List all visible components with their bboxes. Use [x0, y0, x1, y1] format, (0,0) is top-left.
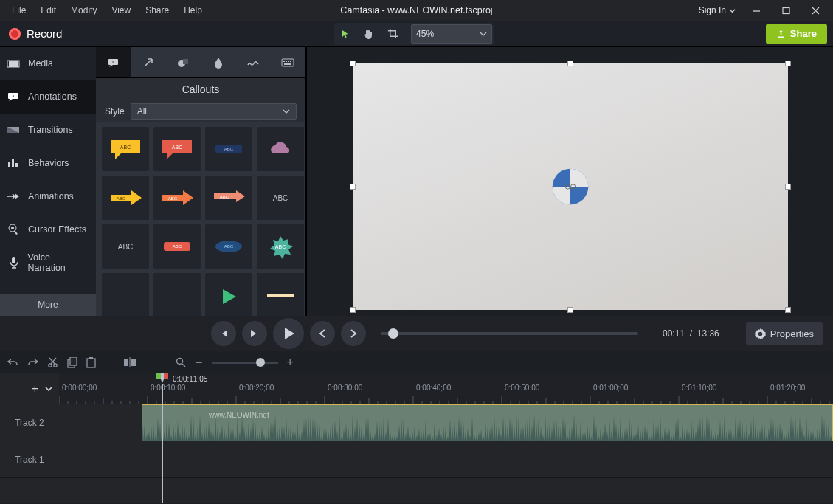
prev-clip-button[interactable]: [310, 321, 335, 346]
playback-bar: 00:11 / 13:36 Properties: [0, 316, 833, 351]
resize-handle-r[interactable]: [785, 184, 791, 190]
menu-view[interactable]: View: [104, 2, 138, 18]
resize-handle-br[interactable]: [785, 307, 791, 313]
window-minimize-button[interactable]: [743, 2, 770, 18]
svg-rect-15: [183, 59, 188, 64]
callout-thumb[interactable]: ABC: [205, 176, 252, 220]
timeline-zoom-slider[interactable]: [212, 362, 278, 364]
redo-button[interactable]: [27, 357, 38, 367]
callout-thumb[interactable]: ABC: [102, 127, 149, 171]
prev-frame-button[interactable]: [211, 321, 236, 346]
crop-icon: [387, 28, 398, 39]
menu-help[interactable]: Help: [176, 2, 210, 18]
mode-blur-button[interactable]: [201, 47, 235, 78]
canvas-video-frame[interactable]: [353, 63, 788, 310]
clip-track2[interactable]: www.NEOWIN.net: [142, 404, 833, 441]
callout-thumb[interactable]: [205, 273, 252, 316]
callout-thumb[interactable]: [257, 127, 304, 171]
chevron-down-icon[interactable]: [44, 384, 53, 393]
style-select[interactable]: All: [131, 103, 297, 120]
edit-tool-button[interactable]: [336, 24, 355, 44]
playback-slider[interactable]: [381, 332, 638, 335]
sidebar-item-cursor-effects[interactable]: Cursor Effects: [0, 213, 96, 246]
sidebar-item-behaviors[interactable]: Behaviors: [0, 147, 96, 180]
resize-handle-l[interactable]: [350, 184, 356, 190]
zoom-out-button[interactable]: −: [195, 355, 203, 370]
resize-handle-bl[interactable]: [350, 307, 356, 313]
mode-shapes-button[interactable]: [166, 47, 201, 78]
mode-keystroke-button[interactable]: [271, 47, 305, 78]
chevron-down-icon: [480, 30, 487, 38]
resize-handle-tr[interactable]: [785, 61, 791, 66]
signin-button[interactable]: Sign In: [694, 2, 740, 18]
callout-thumb[interactable]: ABC: [257, 176, 304, 220]
callout-thumb[interactable]: ABC: [257, 224, 304, 269]
next-clip-button[interactable]: [341, 321, 366, 346]
add-track-button[interactable]: +: [32, 382, 38, 396]
pan-tool-button[interactable]: [359, 24, 379, 44]
menu-share[interactable]: Share: [138, 2, 176, 18]
resize-handle-t[interactable]: [567, 61, 573, 66]
sidebar-item-annotations[interactable]: aAnnotations: [0, 80, 96, 114]
timeline-ruler[interactable]: 0:00:11;05 0:00:00;000:00:10;000:00:20;0…: [59, 373, 833, 404]
mode-arrows-button[interactable]: [131, 47, 165, 78]
cursor-effects-icon: [7, 224, 21, 235]
undo-button[interactable]: [7, 357, 18, 367]
track1-row[interactable]: [59, 441, 833, 478]
crop-tool-button[interactable]: [383, 24, 402, 44]
track-header-2[interactable]: Track 2: [0, 404, 59, 441]
zoom-search-button[interactable]: [176, 357, 186, 367]
microphone-icon: [7, 258, 20, 268]
next-frame-button[interactable]: [242, 321, 267, 346]
resize-handle-tl[interactable]: [350, 61, 356, 66]
window-maximize-button[interactable]: [772, 2, 799, 18]
paste-button[interactable]: [86, 357, 96, 368]
timeline-playhead[interactable]: [162, 384, 163, 503]
sidebar-item-label: Annotations: [28, 92, 77, 102]
svg-text:ABC: ABC: [172, 145, 182, 150]
timeline-zoom-knob[interactable]: [256, 358, 265, 367]
sidebar-more-label: More: [38, 300, 58, 310]
sidebar-item-media[interactable]: Media: [0, 47, 96, 80]
menu-file[interactable]: File: [4, 2, 33, 18]
zoom-select[interactable]: 45%: [411, 24, 492, 44]
play-button[interactable]: [273, 318, 304, 349]
copy-button[interactable]: [67, 357, 77, 368]
split-button[interactable]: [124, 357, 136, 367]
mode-sketch-button[interactable]: [235, 47, 270, 78]
svg-point-10: [11, 227, 14, 229]
callout-thumb[interactable]: ABC: [205, 224, 252, 269]
asset-panel-title: Callouts: [96, 78, 305, 100]
resize-handle-b[interactable]: [567, 307, 573, 313]
cut-button[interactable]: [47, 357, 58, 368]
sidebar-item-voice-narration[interactable]: Voice Narration: [0, 246, 96, 280]
record-button[interactable]: Record: [9, 27, 62, 40]
callout-thumb[interactable]: ABC: [102, 224, 149, 269]
timeline-body[interactable]: 0:00:11;05 0:00:00;000:00:10;000:00:20;0…: [59, 373, 833, 503]
zoom-in-button[interactable]: +: [287, 356, 294, 369]
callout-thumb[interactable]: [153, 273, 201, 316]
mode-callouts-button[interactable]: a: [96, 47, 131, 78]
canvas-area[interactable]: [307, 47, 833, 316]
callout-thumb[interactable]: ABC: [153, 224, 201, 269]
playback-knob[interactable]: [388, 328, 398, 339]
split-icon: [124, 357, 136, 367]
svg-rect-36: [267, 294, 294, 297]
sidebar-item-label: Animations: [28, 191, 74, 201]
sidebar-item-animations[interactable]: Animations: [0, 180, 96, 213]
callout-thumb[interactable]: [257, 273, 304, 316]
callout-thumb[interactable]: ABC: [205, 127, 252, 171]
sidebar-more-button[interactable]: More: [0, 294, 96, 316]
window-close-button[interactable]: [802, 2, 829, 18]
track-header-1[interactable]: Track 1: [0, 441, 59, 478]
copy-icon: [67, 357, 77, 368]
menu-edit[interactable]: Edit: [33, 2, 63, 18]
sidebar-item-transitions[interactable]: Transitions: [0, 114, 96, 147]
callout-thumb[interactable]: ABC: [153, 176, 201, 220]
properties-button[interactable]: Properties: [746, 322, 823, 345]
callout-thumb[interactable]: ABC: [153, 127, 201, 171]
callout-thumb[interactable]: ABC: [102, 176, 149, 220]
menu-modify[interactable]: Modify: [63, 2, 104, 18]
share-button[interactable]: Share: [766, 24, 827, 44]
callout-thumb[interactable]: [102, 273, 149, 316]
